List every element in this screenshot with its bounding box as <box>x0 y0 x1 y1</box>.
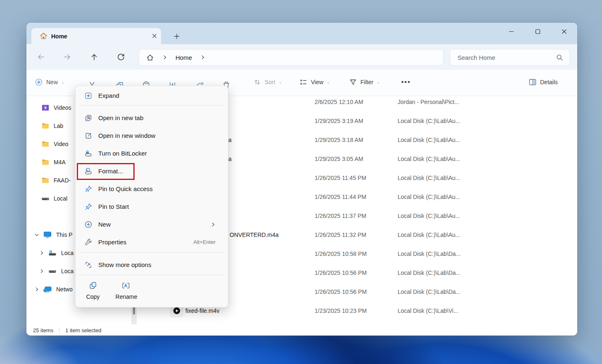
copy-button-label: Copy <box>86 293 100 300</box>
sidebar-item-this-pc[interactable]: This P <box>43 228 73 242</box>
tab-close-icon[interactable] <box>149 30 160 42</box>
menu-item-properties[interactable]: Properties Alt+Enter <box>78 233 225 251</box>
up-icon[interactable] <box>87 50 102 64</box>
copy-button[interactable]: Copy <box>79 277 107 304</box>
menu-item-expand[interactable]: Expand <box>78 87 225 104</box>
chevron-collapsed-icon[interactable] <box>39 269 44 274</box>
menu-item-label: Open in new tab <box>98 114 143 121</box>
file-location: Local Disk (C:)\Lab\Au... <box>398 213 460 219</box>
chevron-right-icon[interactable] <box>200 55 205 60</box>
table-row[interactable]: 1/26/2025 10:56 PM Local Disk (C:)\Lab\D… <box>167 263 577 282</box>
details-button-label: Details <box>540 79 558 85</box>
copy-icon <box>88 281 97 290</box>
plus-circle-icon <box>35 78 43 86</box>
os-drive-icon <box>48 249 57 257</box>
sidebar-item-network[interactable]: Netwo <box>43 282 73 296</box>
menu-item-label: Pin to Quick access <box>98 185 153 192</box>
sidebar-item-local-disk[interactable]: Local <box>41 191 67 206</box>
selection-count: 1 item selected <box>65 327 101 333</box>
videos-icon <box>41 104 50 112</box>
search-box[interactable] <box>450 49 570 66</box>
filter-funnel-icon <box>349 78 357 86</box>
wrench-icon <box>84 238 93 247</box>
items-count: 25 items <box>33 327 53 333</box>
menu-divider <box>80 252 224 253</box>
minimize-icon[interactable] <box>498 23 524 40</box>
file-name: a <box>228 156 232 162</box>
sidebar-item-lab[interactable]: Lab <box>41 119 63 133</box>
table-row[interactable]: 1/26/2025 11:37 PM Local Disk (C:)\Lab\A… <box>167 206 577 225</box>
table-row[interactable]: 1/26/2025 11:44 PM Local Disk (C:)\Lab\A… <box>167 187 577 206</box>
new-plus-circle-icon <box>84 220 93 229</box>
breadcrumb[interactable]: Home <box>139 49 443 66</box>
table-row[interactable]: a 1/29/2025 3:05 AM Local Disk (C:)\Lab\… <box>167 149 577 168</box>
file-location: Local Disk (C:)\Lab\Vi... <box>398 307 458 314</box>
home-tab-icon <box>40 32 47 40</box>
file-location: Local Disk (C:)\Lab\Da... <box>398 269 461 276</box>
chevron-collapsed-icon[interactable] <box>34 287 39 292</box>
table-row[interactable]: a 1/29/2025 3:18 AM Local Disk (C:)\Lab\… <box>167 130 577 149</box>
maximize-icon[interactable] <box>524 23 551 40</box>
pin-icon <box>84 184 93 194</box>
sidebar-item-local-disk-2[interactable]: Loca <box>48 264 73 278</box>
search-input[interactable] <box>450 54 556 61</box>
forward-icon[interactable] <box>60 50 75 64</box>
new-button[interactable]: New ⌄ <box>35 73 64 91</box>
format-highlight-box <box>77 163 135 180</box>
sidebar-item-faad[interactable]: FAAD- <box>41 173 71 187</box>
tab-home[interactable]: Home <box>31 28 161 44</box>
menu-item-turn-on-bitlocker[interactable]: Turn on BitLocker <box>78 144 225 162</box>
chevron-down-icon: ⌄ <box>377 80 380 84</box>
search-icon[interactable] <box>556 54 570 61</box>
file-location: Local Disk (C:)\Lab\Da... <box>398 288 461 295</box>
chevron-expanded-icon[interactable] <box>34 232 39 237</box>
tab-title: Home <box>51 33 67 40</box>
file-date: 1/26/2025 10:58 PM <box>315 251 367 257</box>
close-icon[interactable] <box>551 23 577 40</box>
breadcrumb-item-home[interactable]: Home <box>175 54 192 61</box>
menu-item-show-more-options[interactable]: Show more options <box>78 256 225 274</box>
table-row[interactable]: 1/26/2025 10:58 PM Local Disk (C:)\Lab\D… <box>167 244 577 263</box>
more-options-button[interactable]: ••• <box>401 73 411 91</box>
rename-icon <box>122 281 131 290</box>
sidebar-label: Lab <box>54 123 63 129</box>
back-icon[interactable] <box>33 50 48 64</box>
sidebar-item-local-disk-c[interactable]: Loca <box>48 246 73 260</box>
file-date: 1/26/2025 11:32 PM <box>315 232 366 238</box>
rename-button[interactable]: Rename <box>113 277 140 304</box>
view-button[interactable]: View ⌄ <box>299 73 330 91</box>
folder-icon <box>41 158 50 166</box>
sidebar-item-m4a[interactable]: M4A <box>41 155 66 169</box>
navigation-bar: Home <box>26 44 577 70</box>
table-row[interactable]: 2/6/2025 12:10 AM Jordan - Personal\Pict… <box>167 92 577 111</box>
sidebar-item-videos[interactable]: Videos <box>41 101 71 115</box>
menu-divider <box>80 275 224 275</box>
filter-button[interactable]: Filter ⌄ <box>349 73 380 91</box>
sort-button[interactable]: Sort ⌄ <box>253 73 282 91</box>
file-date: 1/23/2025 10:23 PM <box>315 307 367 314</box>
menu-item-open-new-tab[interactable]: Open in new tab <box>78 109 225 127</box>
new-tab-icon[interactable] <box>171 31 182 42</box>
menu-item-pin-to-start[interactable]: Pin to Start <box>78 198 225 215</box>
table-row[interactable]: fixed-file.m4v 1/23/2025 10:23 PM Local … <box>167 301 577 320</box>
breadcrumb-home-icon[interactable] <box>146 54 154 61</box>
menu-item-open-new-window[interactable]: Open in new window <box>78 127 225 144</box>
new-button-label: New <box>46 79 58 85</box>
sort-arrows-icon <box>253 78 261 86</box>
file-name: a <box>228 137 232 143</box>
table-row[interactable]: 1/26/2025 10:56 PM Local Disk (C:)\Lab\D… <box>167 282 577 301</box>
sidebar-label: Loca <box>61 268 73 274</box>
table-row[interactable]: 1/26/2025 11:45 PM Local Disk (C:)\Lab\A… <box>167 168 577 187</box>
menu-shortcut: Alt+Enter <box>193 239 216 245</box>
table-row[interactable]: ONVERTERD.m4a 1/26/2025 11:32 PM Local D… <box>167 225 577 244</box>
refresh-icon[interactable] <box>114 50 128 64</box>
chevron-collapsed-icon[interactable] <box>39 251 44 255</box>
details-button[interactable]: Details <box>529 73 558 91</box>
menu-item-new[interactable]: New <box>78 215 225 233</box>
status-divider <box>59 327 59 333</box>
file-date: 2/6/2025 12:10 AM <box>315 99 363 105</box>
menu-item-pin-to-quick-access[interactable]: Pin to Quick access <box>78 180 225 198</box>
sidebar-label: Videos <box>54 104 71 111</box>
table-row[interactable]: 1/29/2025 3:19 AM Local Disk (C:)\Lab\Au… <box>167 111 577 130</box>
sidebar-item-video[interactable]: Video <box>41 137 69 151</box>
